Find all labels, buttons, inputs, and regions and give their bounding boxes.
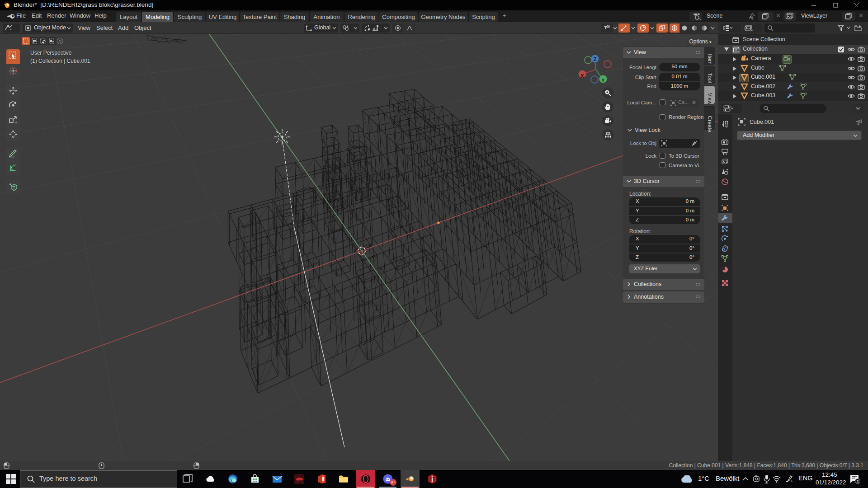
svg-text:Z: Z	[594, 56, 597, 62]
svg-text:X: X	[580, 73, 584, 79]
svg-text:Y: Y	[601, 78, 605, 83]
svg-text:3: 3	[856, 479, 859, 484]
